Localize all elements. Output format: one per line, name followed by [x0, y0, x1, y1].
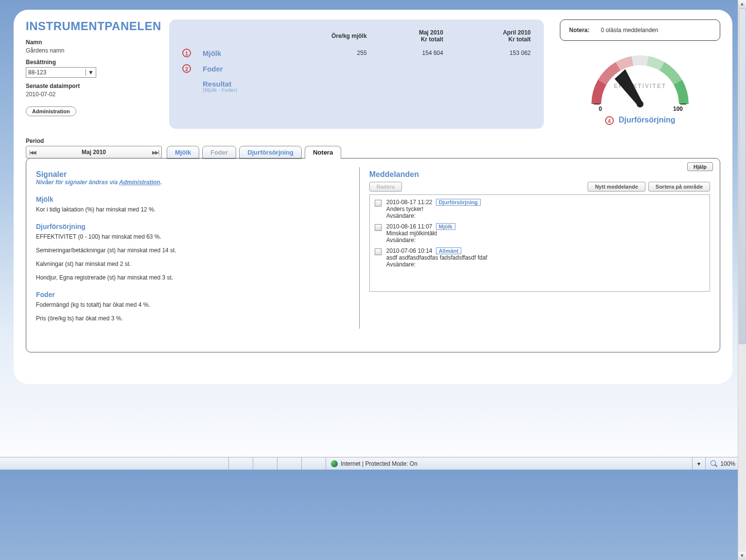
gauge-max: 100 — [673, 105, 683, 112]
gauge-title[interactable]: Djurförsörjning — [619, 116, 675, 124]
note-box: Notera: 0 olästa meddelanden — [560, 19, 720, 41]
msg-sender: Avsändare: — [386, 237, 416, 244]
sig-line: Kalvningar (st) har minskat med 2 st. — [36, 261, 349, 267]
row-v1: 255 — [257, 46, 367, 60]
msg-text: Minskad mjölkintäkt — [386, 230, 437, 237]
herd-value: 88-123 — [28, 69, 46, 76]
period-nav: |◀◀ Maj 2010 ▶▶| — [26, 146, 162, 158]
msg-ts: 2010-07-06 10:14 — [386, 247, 433, 254]
delete-button[interactable]: Radera — [369, 182, 402, 192]
svg-point-3 — [637, 101, 643, 107]
msg-text: asdf asdfasdfasdfas fadsfadsffasdf fdaf — [386, 254, 487, 261]
scroll-thumb[interactable] — [739, 8, 746, 344]
herd-label: Besättning — [26, 59, 162, 66]
col-ore: Öre/kg mjölk — [257, 29, 367, 45]
name-value: Gårdens namn — [26, 47, 162, 54]
sig-line: Kor i tidig laktation (%) har minskat me… — [36, 206, 349, 213]
sig-cat-mjolk: Mjölk — [36, 195, 349, 203]
signals-subtitle: Nivåer för signaler ändras via Administr… — [36, 179, 349, 186]
sig-cat-djur: Djurförsörjning — [36, 223, 349, 230]
sort-button[interactable]: Sortera på område — [648, 182, 710, 192]
row-num-icon: 2 — [182, 64, 191, 73]
admin-link[interactable]: Administration — [119, 179, 160, 186]
chevron-down-icon: ▼ — [86, 69, 94, 76]
import-label: Senaste dataimport — [26, 83, 162, 89]
sig-cat-foder: Foder — [36, 291, 349, 298]
scroll-up-icon[interactable]: ▲ — [738, 0, 746, 8]
tab-djurforsorjning[interactable]: Djurförsörjning — [239, 146, 302, 159]
period-label: Period — [26, 138, 162, 144]
tab-foder[interactable]: Foder — [202, 146, 236, 159]
message-checkbox[interactable] — [375, 224, 382, 231]
signals-title: Signaler — [36, 170, 349, 179]
period-current: Maj 2010 — [82, 149, 106, 156]
msg-tag[interactable]: Mjölk — [436, 223, 455, 230]
herd-select[interactable]: 88-123 ▼ — [26, 67, 96, 78]
msg-text: Anders tycker! — [386, 206, 424, 212]
gauge-chart: EFFEKTIVITET 0 100 — [584, 47, 696, 112]
result-sub: (Mjölk - Foder) — [203, 87, 256, 93]
import-value: 2010-07-02 — [26, 91, 162, 98]
msg-sender: Avsändare: — [386, 261, 416, 268]
row-num-icon: 1 — [182, 49, 191, 57]
row-label[interactable]: Mjölk — [203, 46, 256, 60]
new-message-button[interactable]: Nytt meddelande — [588, 182, 645, 192]
vertical-scrollbar[interactable]: ▲ ▼ — [738, 0, 746, 470]
name-label: Namn — [26, 39, 162, 46]
sig-line: EFFEKTIVITET (0 - 100) har minskat med 6… — [36, 233, 349, 240]
page-tools[interactable]: ▾ — [692, 457, 705, 470]
sig-line: Hondjur, Egna registrerade (st) har mins… — [36, 274, 349, 281]
sig-line: Fodermängd (kg ts totalt) har ökat med 4… — [36, 301, 349, 308]
msg-ts: 2010-08-16 11:07 — [386, 223, 433, 230]
message-item: 2010-08-17 11:22 Djurförsörjning Anders … — [375, 199, 705, 219]
period-first-icon[interactable]: |◀◀ — [29, 150, 35, 155]
note-text: 0 olästa meddelanden — [601, 27, 658, 34]
msg-tag[interactable]: Allmänt — [436, 247, 461, 254]
gauge-min: 0 — [599, 105, 602, 112]
message-list: 2010-08-17 11:22 Djurförsörjning Anders … — [369, 194, 710, 292]
summary-result-row: Resultat (Mjölk - Foder) — [182, 77, 531, 96]
row-v3: 153 062 — [444, 46, 531, 60]
col-month2: April 2010 — [503, 29, 531, 36]
sig-line: Pris (öre/kg ts) har ökat med 3 %. — [36, 315, 349, 322]
zoom-icon — [711, 460, 717, 467]
zoom-value: 100% — [720, 460, 735, 467]
tab-notera[interactable]: Notera — [305, 146, 341, 159]
note-label: Notera: — [569, 27, 590, 34]
msg-sender: Avsändare: — [386, 212, 416, 219]
message-item: 2010-08-16 11:07 Mjölk Minskad mjölkintä… — [375, 223, 705, 244]
message-checkbox[interactable] — [375, 200, 382, 207]
col-month1: Maj 2010 — [419, 29, 443, 36]
page-title: INSTRUMENTPANELEN — [26, 19, 162, 33]
msg-ts: 2010-08-17 11:22 — [386, 199, 433, 206]
row-label[interactable]: Foder — [203, 61, 256, 76]
summary-row: 2 Foder — [182, 61, 531, 76]
col-month1-sub: Kr totalt — [421, 36, 443, 43]
sig-line: Semineringar/betäckningar (st) har minsk… — [36, 247, 349, 254]
tab-mjolk[interactable]: Mjölk — [167, 146, 199, 159]
msg-tag[interactable]: Djurförsörjning — [436, 199, 481, 206]
result-label[interactable]: Resultat (Mjölk - Foder) — [203, 77, 256, 96]
status-bar: Internet | Protected Mode: On ▾ 100% ▾ — [0, 457, 746, 470]
message-checkbox[interactable] — [375, 248, 382, 255]
security-zone: Internet | Protected Mode: On — [341, 460, 417, 467]
administration-button[interactable]: Administration — [26, 106, 76, 116]
row-v2: 154 604 — [368, 46, 443, 60]
help-button[interactable]: Hjälp — [687, 162, 713, 171]
messages-title: Meddelanden — [369, 170, 710, 179]
summary-row: 1 Mjölk 255 154 604 153 062 — [182, 46, 531, 60]
summary-box: Öre/kg mjölk Maj 2010Kr totalt April 201… — [169, 19, 544, 129]
globe-icon — [331, 460, 338, 467]
gauge-num-icon: 4 — [605, 116, 614, 125]
message-item: 2010-07-06 10:14 Allmänt asdf asdfasdfas… — [375, 247, 705, 268]
period-next-icon[interactable]: ▶▶| — [152, 150, 158, 155]
col-month2-sub: Kr totalt — [508, 36, 531, 43]
